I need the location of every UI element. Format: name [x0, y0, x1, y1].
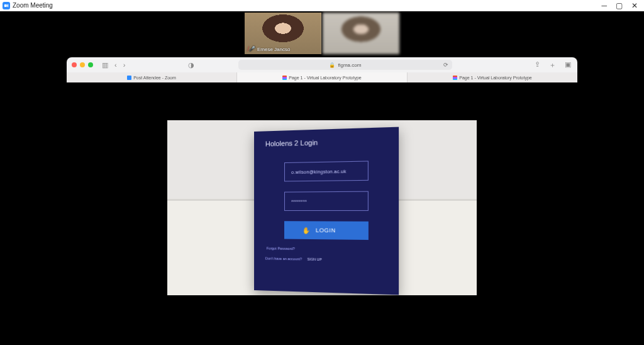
zoom-app-icon	[3, 2, 10, 9]
nav-forward-icon[interactable]: ›	[122, 61, 127, 69]
window-zoom-dot[interactable]	[88, 62, 93, 67]
maximize-button[interactable]: ▢	[616, 2, 623, 9]
tab-label: Post Attendee - Zoom	[133, 76, 176, 80]
zoom-favicon-icon	[127, 76, 131, 80]
tab-overview-icon[interactable]: ▣	[564, 60, 572, 70]
figma-favicon-icon	[453, 76, 457, 80]
window-title: Zoom Meeting	[13, 2, 53, 9]
email-value: o.wilson@kingston.ac.uk	[291, 169, 346, 174]
tab-label: Page 1 - Virtual Laboratory Prototype	[289, 76, 361, 80]
tab-strip: Post Attendee - Zoom Page 1 - Virtual La…	[67, 72, 577, 82]
password-field[interactable]: ********	[284, 191, 369, 210]
safari-toolbar: ▥ ‹ › ◑ 🔒 figma.com ⟳ ⇪ ＋ ▣	[67, 57, 577, 72]
login-button-label: LOGIN	[316, 227, 336, 234]
forgot-password-link[interactable]: Forgot Password?	[267, 246, 389, 252]
email-field[interactable]: o.wilson@kingston.ac.uk	[284, 161, 369, 181]
reload-icon[interactable]: ⟳	[443, 62, 448, 68]
address-host-label: figma.com	[338, 62, 361, 68]
address-bar[interactable]: 🔒 figma.com ⟳	[238, 60, 452, 70]
tab-label: Page 1 - Virtual Laboratory Prototype	[459, 76, 531, 80]
new-tab-icon[interactable]: ＋	[548, 60, 557, 70]
figma-canvas[interactable]: Hololens 2 Login o.wilson@kingston.ac.uk…	[67, 82, 577, 332]
svg-rect-0	[4, 4, 7, 7]
participant-tile[interactable]: ⧸🎤 Emese Jancsó	[245, 13, 321, 54]
meeting-area: ⧸🎤 Emese Jancsó ▥ ‹ › ◑ 🔒 figma.com ⟳ ⇪	[0, 11, 644, 345]
nav-back-icon[interactable]: ‹	[113, 61, 118, 69]
lock-icon: 🔒	[329, 62, 335, 68]
window-close-dot[interactable]	[72, 62, 77, 67]
participant-name-overlay: ⧸🎤 Emese Jancsó	[247, 46, 290, 52]
participant-name-label: Emese Jancsó	[257, 47, 290, 52]
login-title: Hololens 2 Login	[265, 136, 389, 147]
window-controls: ─ ▢ ✕	[601, 2, 641, 9]
shared-screen: ▥ ‹ › ◑ 🔒 figma.com ⟳ ⇪ ＋ ▣ Post Attende…	[67, 57, 577, 332]
login-button[interactable]: ✋ LOGIN	[284, 221, 369, 240]
prototype-frame: Hololens 2 Login o.wilson@kingston.ac.uk…	[167, 120, 477, 295]
minimize-button[interactable]: ─	[601, 2, 607, 9]
participant-tile[interactable]	[323, 13, 399, 54]
browser-tab[interactable]: Page 1 - Virtual Laboratory Prototype	[237, 72, 408, 82]
hololens-login-panel: Hololens 2 Login o.wilson@kingston.ac.uk…	[254, 127, 399, 295]
signup-link[interactable]: SIGN UP	[307, 257, 321, 261]
no-account-label: Don't have an account?	[265, 256, 302, 261]
video-strip: ⧸🎤 Emese Jancsó	[245, 13, 399, 54]
zoom-window-titlebar: Zoom Meeting ─ ▢ ✕	[0, 0, 644, 11]
muted-mic-icon: ⧸🎤	[247, 46, 255, 52]
figma-favicon-icon	[282, 76, 287, 80]
shield-icon[interactable]: ◑	[187, 61, 196, 69]
browser-tab[interactable]: Page 1 - Virtual Laboratory Prototype	[408, 72, 577, 82]
password-value: ********	[291, 199, 307, 203]
share-icon[interactable]: ⇪	[533, 60, 541, 70]
cursor-icon: ✋	[303, 226, 311, 233]
traffic-lights	[72, 62, 93, 67]
close-button[interactable]: ✕	[631, 2, 638, 9]
browser-tab[interactable]: Post Attendee - Zoom	[67, 72, 237, 82]
window-minimize-dot[interactable]	[80, 62, 85, 67]
sidebar-toggle-icon[interactable]: ▥	[101, 61, 109, 69]
